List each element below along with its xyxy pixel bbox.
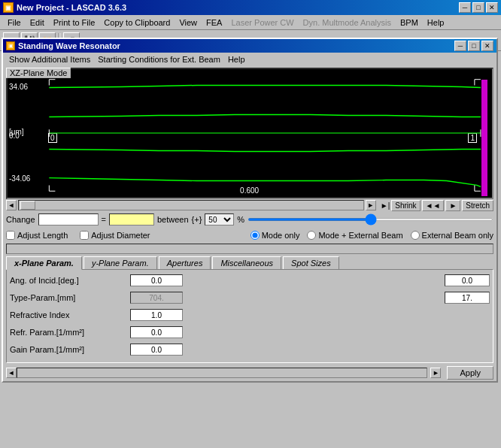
radio-mode-only-input[interactable] (250, 231, 260, 240)
menu-laser-power[interactable]: Laser Power CW (226, 17, 298, 29)
stretch-button[interactable]: Stretch (462, 200, 493, 211)
param-row-3: Refr. Param.[1/mm²] (10, 325, 490, 340)
param-row-2: Refractive Index (10, 307, 490, 322)
sub-menu-starting-conditions[interactable]: Starting Conditions for Ext. Beam (95, 54, 223, 65)
apply-button[interactable]: Apply (447, 366, 493, 380)
main-title-bar: ▣ New Project - LASCAD 3.6.3 ─ □ ✕ (0, 0, 501, 15)
chart-container: XZ-Plane Mode 34.06 [μm] 0.0 -34.06 0.60… (6, 68, 493, 199)
radio-mode-ext-input[interactable] (307, 231, 316, 240)
param-input-0[interactable] (130, 274, 183, 286)
adjust-length-checkbox[interactable] (6, 231, 15, 240)
maximize-button[interactable]: □ (472, 2, 484, 13)
app-icon: ▣ (3, 2, 14, 13)
radio-mode-ext[interactable]: Mode + External Beam (307, 231, 402, 240)
menu-print-to-file[interactable]: Print to File (49, 17, 100, 29)
xz-mode-label: XZ-Plane Mode (6, 68, 71, 78)
distance-input[interactable] (6, 244, 493, 254)
change-slider[interactable] (247, 218, 493, 221)
close-button[interactable]: ✕ (486, 2, 498, 13)
between-label: between (157, 215, 189, 224)
param-input-1[interactable] (130, 292, 183, 304)
param-label-3: Refr. Param.[1/mm²] (10, 328, 130, 337)
param-input-right-1[interactable] (445, 292, 490, 304)
menu-dyn-multimode[interactable]: Dyn. Multmode Analysis (299, 17, 396, 29)
percent-select[interactable]: 50 25 75 100 (205, 213, 234, 226)
change-input[interactable] (38, 213, 99, 226)
radio-ext-only-input[interactable] (411, 231, 420, 240)
chart-canvas: 34.06 [μm] 0.0 -34.06 0.600 0 1 (6, 68, 493, 199)
sub-close-button[interactable]: ✕ (481, 41, 493, 51)
bottom-scrollbar[interactable] (17, 368, 427, 378)
tab-spot-sizes[interactable]: Spot Sizes (283, 256, 339, 269)
param-input-right-0[interactable] (445, 274, 490, 286)
menu-copy-clipboard[interactable]: Copy to Clipboard (99, 17, 175, 29)
prev-button[interactable]: ◄◄ (422, 200, 445, 211)
adjust-length-label[interactable]: Adjust Length (6, 231, 68, 240)
radio-ext-only[interactable]: External Beam only (411, 231, 493, 240)
main-menu-bar: File Edit Print to File Copy to Clipboar… (0, 15, 501, 30)
change-value-input[interactable] (109, 213, 154, 226)
param-input-2[interactable] (130, 309, 183, 321)
adjust-diameter-checkbox[interactable] (80, 231, 89, 240)
radio-group: Mode only Mode + External Beam External … (250, 231, 493, 240)
sub-menu-help[interactable]: Help (225, 54, 248, 65)
scroll-left-button[interactable]: ◄ (6, 200, 17, 210)
sub-title-bar: ▣ Standing Wave Resonator ─ □ ✕ (3, 39, 496, 53)
sub-app-icon: ▣ (6, 41, 15, 50)
tabs-area: x-Plane Param. y-Plane Param. Apertures … (6, 256, 493, 363)
shrink-button[interactable]: Shrink (391, 200, 420, 211)
sub-menu-bar: Show Additional Items Starting Condition… (3, 53, 496, 66)
bottom-bar: ◄ ► Apply (3, 365, 496, 381)
minimize-button[interactable]: ─ (459, 2, 471, 13)
sub-window-title: Standing Wave Resonator (18, 41, 120, 50)
scroll-bar-area: ◄ ► ►| Shrink ◄◄ ► Stretch (6, 199, 493, 211)
radio-ext-only-text: External Beam only (422, 231, 493, 240)
distance-row (3, 243, 496, 255)
adjust-diameter-text: Adjust Diameter (91, 231, 150, 240)
tab-strip: x-Plane Param. y-Plane Param. Apertures … (6, 256, 493, 269)
tab-y-plane[interactable]: y-Plane Param. (84, 256, 157, 269)
param-input-4[interactable] (130, 344, 183, 356)
tab-miscellaneous[interactable]: Miscellaneous (212, 256, 281, 269)
equals-sign: = (102, 215, 106, 224)
menu-edit[interactable]: Edit (26, 17, 49, 29)
tab-content: Ang. of Incid.[deg.] Type-Param.[mm] Ref… (6, 269, 493, 363)
bottom-scroll-left[interactable]: ◄ (6, 368, 17, 378)
param-row-4: Gain Param.[1/mm²] (10, 342, 490, 357)
sub-menu-show-additional[interactable]: Show Additional Items (6, 54, 93, 65)
menu-fea[interactable]: FEA (202, 17, 226, 29)
param-row-1: Type-Param.[mm] (10, 290, 490, 305)
app-title: New Project - LASCAD 3.6.3 (17, 3, 126, 12)
menu-file[interactable]: File (3, 17, 26, 29)
menu-help[interactable]: Help (423, 17, 449, 29)
next-button[interactable]: ► (445, 200, 460, 211)
param-label-1: Type-Param.[mm] (10, 293, 130, 302)
menu-view[interactable]: View (175, 17, 202, 29)
param-label-2: Refractive Index (10, 310, 130, 319)
adjust-length-text: Adjust Length (17, 231, 68, 240)
scroll-thumb[interactable] (20, 201, 35, 210)
bottom-scroll-right[interactable]: ► (430, 368, 441, 378)
checkbox-row: Adjust Length Adjust Diameter Mode only … (3, 228, 496, 243)
horizontal-scrollbar[interactable] (18, 200, 364, 210)
param-label-4: Gain Param.[1/mm²] (10, 345, 130, 354)
tab-x-plane[interactable]: x-Plane Param. (6, 256, 82, 270)
change-row: Change = between {+} 50 25 75 100 % (3, 211, 496, 228)
chart-svg (8, 69, 492, 198)
tab-apertures[interactable]: Apertures (159, 256, 211, 269)
percent-sign: % (237, 215, 244, 224)
param-input-3[interactable] (130, 326, 183, 338)
sub-window: ▣ Standing Wave Resonator ─ □ ✕ Show Add… (2, 38, 498, 383)
radio-mode-only-text: Mode only (262, 231, 300, 240)
change-label: Change (6, 215, 35, 224)
radio-mode-ext-text: Mode + External Beam (318, 231, 402, 240)
sub-maximize-button[interactable]: □ (468, 41, 480, 51)
scroll-right-button[interactable]: ► (366, 200, 376, 210)
radio-mode-only[interactable]: Mode only (250, 231, 300, 240)
adjust-diameter-label[interactable]: Adjust Diameter (80, 231, 150, 240)
sub-minimize-button[interactable]: ─ (454, 41, 466, 51)
param-row-0: Ang. of Incid.[deg.] (10, 273, 490, 288)
menu-bpm[interactable]: BPM (396, 17, 423, 29)
param-label-0: Ang. of Incid.[deg.] (10, 276, 130, 285)
shrink-label: ►| (381, 201, 390, 210)
